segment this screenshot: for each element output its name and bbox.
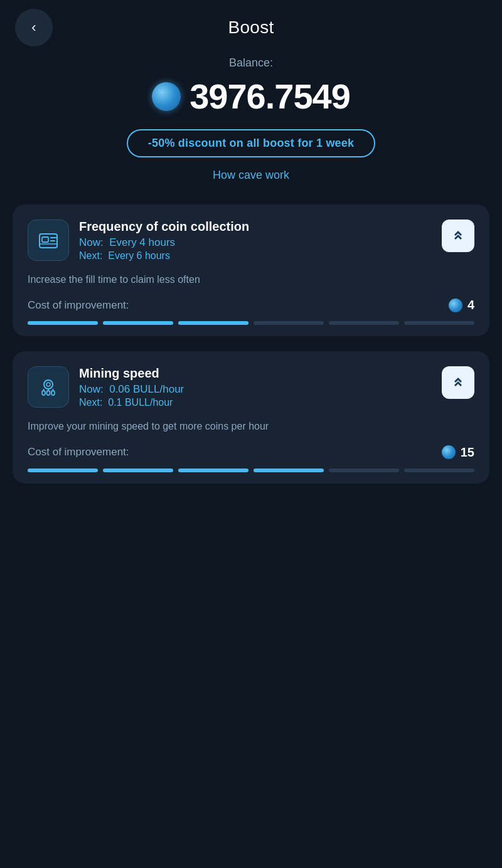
frequency-cost-label: Cost of improvement: bbox=[28, 299, 129, 312]
chevron-double-up-icon-2 bbox=[450, 374, 466, 391]
balance-amount-row: 3976.7549 bbox=[15, 76, 487, 117]
mining-next-label: Next: bbox=[79, 397, 102, 408]
mining-icon-wrap bbox=[28, 366, 69, 408]
progress-segment-3 bbox=[178, 321, 248, 325]
svg-rect-1 bbox=[42, 237, 48, 242]
mining-cost-coin-icon bbox=[442, 445, 456, 459]
frequency-next-value: Every 6 hours bbox=[108, 250, 170, 261]
frequency-card-header: Frequency of coin collection Now: Every … bbox=[28, 220, 474, 262]
mining-now-label: Now: bbox=[79, 383, 104, 395]
mining-icon bbox=[37, 376, 60, 398]
how-cave-link[interactable]: How cave work bbox=[15, 169, 487, 182]
frequency-now: Now: Every 4 hours bbox=[79, 236, 432, 249]
mining-progress-segment-6 bbox=[404, 468, 474, 472]
balance-label: Balance: bbox=[15, 56, 487, 70]
mining-cost-row: Cost of improvement: 15 bbox=[28, 445, 474, 460]
mining-now-value: 0.06 BULL/hour bbox=[109, 383, 184, 395]
frequency-next: Next: Every 6 hours bbox=[79, 250, 432, 262]
mining-card: Mining speed Now: 0.06 BULL/hour Next: 0… bbox=[13, 351, 489, 483]
mining-description: Improve your mining speed to get more co… bbox=[28, 420, 474, 433]
mining-cost-value: 15 bbox=[442, 445, 474, 460]
frequency-card-info: Frequency of coin collection Now: Every … bbox=[79, 220, 432, 262]
mining-progress-segment-4 bbox=[254, 468, 324, 472]
mining-progress-segment-2 bbox=[103, 468, 173, 472]
coin-icon bbox=[152, 82, 181, 111]
progress-segment-4 bbox=[254, 321, 324, 325]
balance-section: Balance: 3976.7549 -50% discount on all … bbox=[0, 50, 502, 182]
mining-progress-segment-5 bbox=[329, 468, 399, 472]
frequency-card: Frequency of coin collection Now: Every … bbox=[13, 204, 489, 336]
back-button[interactable]: ‹ bbox=[15, 9, 53, 46]
mining-next-value: 0.1 BULL/hour bbox=[108, 397, 173, 408]
mining-cost-number: 15 bbox=[461, 445, 474, 460]
frequency-cost-row: Cost of improvement: 4 bbox=[28, 298, 474, 312]
mining-next: Next: 0.1 BULL/hour bbox=[79, 397, 432, 408]
frequency-icon bbox=[37, 229, 60, 251]
back-icon: ‹ bbox=[31, 19, 36, 36]
mining-title: Mining speed bbox=[79, 366, 432, 381]
header: ‹ Boost bbox=[0, 0, 502, 50]
progress-segment-5 bbox=[329, 321, 399, 325]
progress-segment-2 bbox=[103, 321, 173, 325]
frequency-cost-value: 4 bbox=[449, 298, 474, 312]
page-title: Boost bbox=[228, 18, 274, 38]
mining-card-info: Mining speed Now: 0.06 BULL/hour Next: 0… bbox=[79, 366, 432, 408]
frequency-progress-bar bbox=[28, 321, 474, 325]
frequency-now-value: Every 4 hours bbox=[109, 236, 175, 248]
frequency-upgrade-button[interactable] bbox=[442, 220, 474, 252]
svg-rect-8 bbox=[47, 391, 50, 395]
svg-rect-7 bbox=[42, 391, 45, 395]
frequency-cost-number: 4 bbox=[467, 298, 474, 312]
chevron-double-up-icon bbox=[450, 228, 466, 244]
svg-point-5 bbox=[44, 380, 53, 389]
mining-progress-segment-3 bbox=[178, 468, 248, 472]
frequency-now-label: Now: bbox=[79, 236, 104, 248]
mining-progress-bar bbox=[28, 468, 474, 472]
mining-now: Now: 0.06 BULL/hour bbox=[79, 383, 432, 396]
svg-rect-9 bbox=[51, 391, 55, 395]
frequency-cost-coin-icon bbox=[449, 299, 462, 312]
discount-banner[interactable]: -50% discount on all boost for 1 week bbox=[127, 129, 375, 157]
mining-cost-label: Cost of improvement: bbox=[28, 446, 129, 458]
balance-value: 3976.7549 bbox=[190, 76, 350, 117]
frequency-next-label: Next: bbox=[79, 250, 102, 261]
frequency-title: Frequency of coin collection bbox=[79, 220, 432, 234]
svg-point-6 bbox=[46, 383, 50, 386]
mining-progress-segment-1 bbox=[28, 468, 98, 472]
frequency-description: Increase the fill time to claim less oft… bbox=[28, 273, 474, 287]
mining-card-header: Mining speed Now: 0.06 BULL/hour Next: 0… bbox=[28, 366, 474, 408]
frequency-icon-wrap bbox=[28, 220, 69, 261]
mining-upgrade-button[interactable] bbox=[442, 366, 474, 399]
cards-section: Frequency of coin collection Now: Every … bbox=[0, 204, 502, 484]
progress-segment-1 bbox=[28, 321, 98, 325]
progress-segment-6 bbox=[404, 321, 474, 325]
